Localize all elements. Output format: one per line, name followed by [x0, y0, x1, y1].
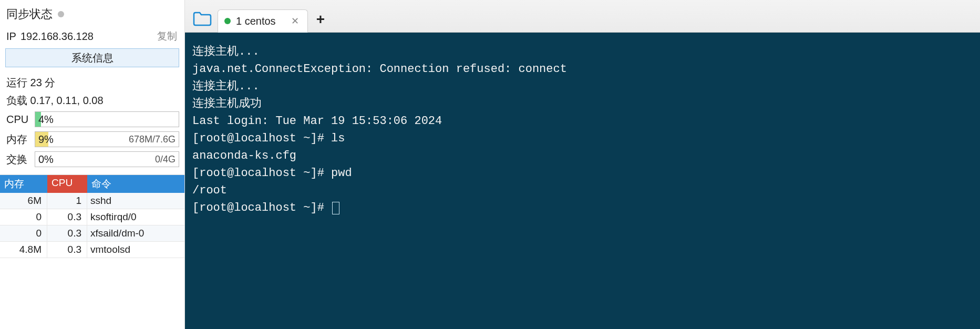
mem-meter: 9% 678M/7.6G	[35, 131, 179, 147]
cpu-label: CPU	[6, 114, 30, 126]
main-panel: 1 centos ✕ + 连接主机... java.net.ConnectExc…	[185, 0, 980, 329]
cell-cmd: sshd	[87, 193, 184, 209]
tab-bar: 1 centos ✕ +	[185, 0, 980, 33]
folder-icon[interactable]	[190, 9, 214, 28]
copy-button[interactable]: 复制	[157, 29, 177, 43]
ip-label: IP	[6, 30, 16, 43]
swap-meter-right: 0/4G	[155, 154, 176, 165]
status-dot-icon	[58, 11, 64, 17]
sync-status-label: 同步状态	[6, 6, 53, 22]
col-header-cmd[interactable]: 命令	[87, 175, 184, 193]
mem-label: 内存	[6, 132, 30, 147]
cell-cpu: 1	[47, 193, 87, 209]
sync-status-row: 同步状态	[0, 3, 184, 29]
cpu-meter: 4%	[35, 111, 179, 127]
ip-value: 192.168.36.128	[20, 30, 94, 43]
sidebar-panel: 同步状态 IP 192.168.36.128 复制 系统信息 运行 23 分 负…	[0, 0, 185, 329]
process-table: 内存 CPU 命令 6M1sshd00.3ksoftirqd/000.3xfsa…	[0, 174, 184, 258]
add-tab-button[interactable]: +	[311, 11, 330, 28]
cell-cpu: 0.3	[47, 242, 87, 258]
table-row[interactable]: 00.3ksoftirqd/0	[0, 209, 184, 225]
mem-meter-right: 678M/7.6G	[129, 134, 176, 145]
tab-active[interactable]: 1 centos ✕	[218, 9, 308, 33]
load-text: 负载 0.17, 0.11, 0.08	[0, 92, 184, 110]
cell-cmd: vmtoolsd	[87, 242, 184, 258]
tab-label: 1 centos	[236, 15, 276, 27]
cell-cmd: ksoftirqd/0	[87, 209, 184, 225]
swap-meter: 0% 0/4G	[35, 151, 179, 167]
cell-mem: 6M	[0, 193, 47, 209]
col-header-cpu[interactable]: CPU	[47, 175, 87, 193]
cell-mem: 0	[0, 225, 47, 241]
swap-meter-row: 交换 0% 0/4G	[0, 150, 184, 170]
cpu-meter-row: CPU 4%	[0, 110, 184, 130]
terminal[interactable]: 连接主机... java.net.ConnectException: Conne…	[185, 33, 980, 329]
system-info-button[interactable]: 系统信息	[5, 48, 179, 67]
cell-cpu: 0.3	[47, 209, 87, 225]
process-table-body: 6M1sshd00.3ksoftirqd/000.3xfsaild/dm-04.…	[0, 193, 184, 258]
cell-mem: 0	[0, 209, 47, 225]
cell-cmd: xfsaild/dm-0	[87, 225, 184, 241]
table-row[interactable]: 00.3xfsaild/dm-0	[0, 225, 184, 242]
process-table-header: 内存 CPU 命令	[0, 175, 184, 193]
swap-meter-text: 0%	[35, 153, 54, 166]
uptime-text: 运行 23 分	[0, 75, 184, 92]
connected-dot-icon	[224, 18, 231, 24]
ip-row: IP 192.168.36.128 复制	[0, 29, 184, 48]
table-row[interactable]: 6M1sshd	[0, 193, 184, 209]
mem-meter-row: 内存 9% 678M/7.6G	[0, 130, 184, 150]
table-row[interactable]: 4.8M0.3vmtoolsd	[0, 242, 184, 258]
cpu-meter-text: 4%	[35, 114, 54, 126]
terminal-cursor	[332, 202, 339, 214]
swap-label: 交换	[6, 152, 30, 167]
col-header-mem[interactable]: 内存	[0, 175, 47, 193]
cell-mem: 4.8M	[0, 242, 47, 258]
mem-meter-text: 9%	[35, 133, 54, 146]
tab-close-button[interactable]: ✕	[289, 15, 301, 27]
cell-cpu: 0.3	[47, 225, 87, 241]
